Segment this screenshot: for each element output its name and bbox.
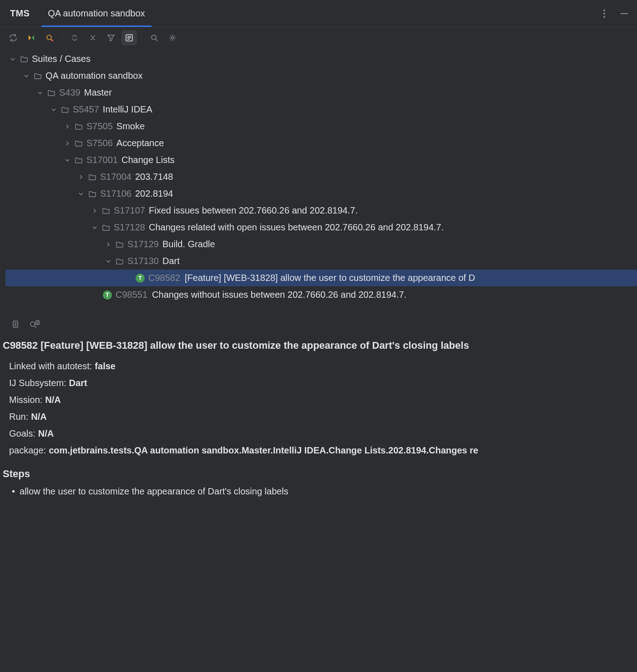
locate-icon[interactable] [42, 30, 57, 46]
suite-id: S439 [59, 87, 81, 98]
chevron-right-icon[interactable] [64, 141, 71, 146]
steps-list: • allow the user to customize the appear… [0, 484, 637, 497]
suite-id: S17128 [114, 222, 145, 233]
case-field: package: com.jetbrains.tests.QA automati… [9, 442, 628, 459]
suite-id: S17129 [127, 239, 159, 249]
steps-heading: Steps [0, 461, 637, 484]
svg-point-0 [603, 10, 605, 11]
tree-row[interactable]: S5457 IntelliJ IDEA [0, 101, 637, 118]
chevron-down-icon[interactable] [91, 225, 98, 230]
folder-icon [61, 106, 69, 114]
step-text: allow the user to customize the appearan… [20, 486, 288, 497]
tree-row[interactable]: S17107 Fixed issues between 202.7660.26 … [0, 202, 637, 219]
tree-label: Fixed issues between 202.7660.26 and 202… [149, 205, 358, 216]
refresh-icon[interactable] [5, 30, 21, 46]
svg-point-5 [51, 40, 53, 41]
suite-id: S17001 [86, 155, 118, 165]
field-label: Linked with autotest: [9, 361, 92, 372]
chevron-down-icon[interactable] [64, 158, 71, 163]
suite-id: S7505 [86, 121, 113, 132]
tree-label: Master [84, 87, 112, 98]
tree-row[interactable]: S17106 202.8194 [0, 185, 637, 202]
folder-icon [116, 240, 124, 249]
suite-tree[interactable]: Suites / Cases QA automation sandbox S43… [0, 49, 637, 310]
collapse-all-icon[interactable] [85, 30, 101, 46]
field-value: false [95, 361, 116, 372]
tree-row[interactable]: S439 Master [0, 84, 637, 101]
chevron-down-icon[interactable] [77, 191, 85, 197]
folder-icon [34, 72, 42, 80]
copy-case-icon[interactable] [9, 318, 22, 331]
case-fields: Linked with autotest: falseIJ Subsystem:… [0, 356, 637, 461]
test-case-icon: T [136, 274, 145, 283]
search-icon[interactable] [147, 30, 162, 46]
suite-id: S17107 [114, 205, 145, 216]
svg-point-2 [603, 16, 605, 18]
folder-icon [75, 139, 83, 148]
tree-label: Suites / Cases [32, 54, 91, 64]
suite-id: S17004 [100, 172, 131, 182]
tree-label: 203.7148 [135, 172, 173, 182]
chevron-down-icon[interactable] [36, 90, 44, 96]
minimize-icon[interactable] [618, 7, 631, 20]
field-value: Dart [69, 378, 87, 388]
svg-point-1 [603, 13, 605, 15]
folder-icon [20, 55, 28, 63]
details-toggle-icon[interactable] [121, 30, 137, 46]
tree-label: Change Lists [121, 155, 175, 165]
svg-rect-17 [36, 321, 39, 325]
folder-icon [75, 122, 83, 131]
chevron-right-icon[interactable] [64, 124, 71, 129]
folder-icon [116, 257, 124, 265]
tree-row[interactable]: QA automation sandbox [0, 67, 637, 84]
svg-point-16 [30, 322, 35, 326]
field-label: package: [9, 445, 46, 456]
tree-row[interactable]: S17001 Change Lists [0, 152, 637, 168]
chevron-down-icon[interactable] [50, 107, 57, 112]
case-field: Goals: N/A [9, 425, 628, 442]
svg-point-10 [152, 35, 156, 40]
kebab-menu-icon[interactable] [598, 7, 611, 20]
chevron-right-icon[interactable] [105, 242, 112, 247]
bullet-icon: • [12, 486, 15, 497]
tree-row[interactable]: T C98582 [Feature] [WEB-31828] allow the… [5, 270, 637, 286]
field-label: IJ Subsystem: [9, 378, 66, 388]
tree-toolbar [0, 27, 637, 49]
tree-row[interactable]: T C98551 Changes without issues between … [0, 286, 637, 303]
step-item: • allow the user to customize the appear… [0, 484, 637, 497]
svg-point-4 [47, 35, 51, 40]
title-bar: TMS QA automation sandbox [0, 0, 637, 27]
tree-label: Smoke [116, 121, 145, 132]
toolbar-separator [142, 33, 142, 43]
folder-icon [75, 156, 83, 164]
tree-row[interactable]: S17129 Build. Gradle [0, 236, 637, 253]
case-field: Linked with autotest: false [9, 358, 628, 375]
folder-icon [102, 224, 110, 232]
tree-row[interactable]: S17128 Changes related with open issues … [0, 219, 637, 236]
tree-label: IntelliJ IDEA [103, 104, 152, 115]
tree-label: 202.8194 [135, 188, 173, 199]
chevron-right-icon[interactable] [91, 208, 98, 214]
chevron-down-icon[interactable] [105, 259, 112, 264]
tree-label: Build. Gradle [162, 239, 215, 249]
chevron-down-icon[interactable] [23, 73, 30, 79]
svg-rect-3 [621, 13, 628, 14]
chevron-right-icon[interactable] [77, 174, 85, 180]
suite-id: S17106 [100, 188, 131, 199]
folder-icon [47, 89, 56, 97]
tree-row[interactable]: S17130 Dart [0, 253, 637, 270]
expand-all-icon[interactable] [67, 30, 82, 46]
tree-row[interactable]: Suites / Cases [0, 51, 637, 67]
link-autotest-icon[interactable] [28, 318, 41, 331]
tree-row[interactable]: S7506 Acceptance [0, 135, 637, 152]
case-id: C98582 [148, 273, 180, 283]
case-field: IJ Subsystem: Dart [9, 375, 628, 392]
tree-row[interactable]: S17004 203.7148 [0, 168, 637, 185]
tab-project[interactable]: QA automation sandbox [41, 0, 151, 27]
filter-icon[interactable] [103, 30, 119, 46]
compare-icon[interactable] [24, 30, 39, 46]
suite-id: S17130 [127, 256, 159, 266]
gear-icon[interactable] [165, 30, 180, 46]
tree-row[interactable]: S7505 Smoke [0, 118, 637, 135]
chevron-down-icon[interactable] [9, 56, 16, 62]
